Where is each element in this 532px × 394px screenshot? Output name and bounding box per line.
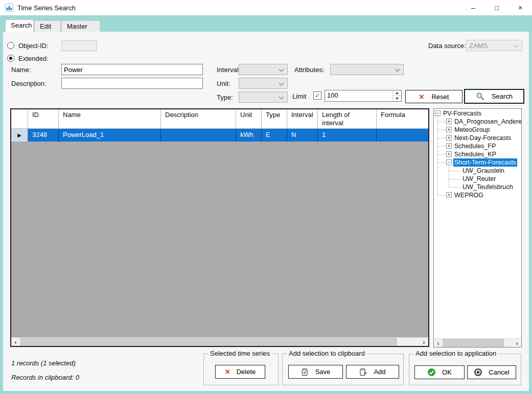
scroll-right-icon[interactable]: › — [513, 339, 521, 347]
spinner-up-icon[interactable] — [393, 90, 401, 96]
tree-item-uw-graustein[interactable]: UW_Graustein — [434, 167, 521, 175]
limit-spinner — [325, 90, 402, 102]
cell-description[interactable] — [161, 129, 236, 142]
spinner-buttons — [392, 90, 401, 101]
description-input[interactable] — [61, 78, 203, 89]
ok-button-label: OK — [442, 368, 452, 376]
tree-item-label[interactable]: PV-Forecasts — [442, 109, 482, 118]
add-button[interactable]: Add — [346, 365, 399, 379]
tab-master-data[interactable]: Master data — [61, 20, 100, 32]
scrollbar-thumb[interactable] — [443, 339, 504, 347]
interval-label: Interval: — [217, 66, 240, 74]
tree-item-label[interactable]: Schedules_KP — [453, 150, 497, 158]
table-header-row: ID Name Description Unit Type Interval L… — [11, 109, 428, 129]
column-header-name[interactable]: Name — [59, 109, 161, 128]
ok-button[interactable]: OK — [414, 365, 465, 379]
tree-collapse-icon[interactable]: − — [446, 159, 452, 165]
scroll-left-icon[interactable]: ‹ — [434, 339, 443, 347]
cancel-button[interactable]: Cancel — [467, 365, 516, 379]
tree-horizontal-scrollbar[interactable]: ‹ › — [434, 338, 521, 347]
tree-item-label[interactable]: UW_Teufelsbruch — [461, 183, 514, 191]
scroll-right-icon[interactable]: › — [420, 338, 428, 346]
tree-expand-icon[interactable]: + — [446, 143, 452, 149]
object-id-label: Object-ID: — [18, 42, 49, 50]
column-header-type[interactable]: Type — [262, 109, 287, 128]
tree-item-meteogroup[interactable]: + MeteoGroup — [434, 126, 521, 134]
table-horizontal-scrollbar[interactable]: ‹ › — [11, 337, 428, 346]
cell-unit[interactable]: kWh — [236, 129, 262, 142]
cell-id[interactable]: 3248 — [28, 129, 59, 142]
maximize-icon[interactable]: □ — [485, 0, 508, 15]
cell-length-of-interval[interactable]: 1 — [318, 129, 377, 142]
tree-item-schedules-fp[interactable]: + Schedules_FP — [434, 142, 521, 150]
limit-value-input[interactable] — [327, 91, 388, 99]
tree-item-weprog[interactable]: + WEPROG — [434, 191, 521, 199]
tree-item-label-selected[interactable]: Short-Term-Forecasts — [453, 158, 517, 167]
tree-item-label[interactable]: Next-Day-Forecasts — [453, 134, 512, 142]
object-id-radio[interactable] — [7, 42, 14, 49]
name-input[interactable] — [61, 64, 203, 75]
tab-edit[interactable]: Edit — [34, 20, 61, 32]
unit-select[interactable] — [239, 78, 288, 89]
clipboard-status: Records in clipboard: 0 — [11, 374, 79, 381]
close-icon[interactable]: × — [508, 0, 532, 15]
cell-type[interactable]: E — [262, 129, 287, 142]
tree-item-label[interactable]: DA_Prognosen_Andere_ — [453, 118, 522, 126]
column-header-interval[interactable]: Interval — [287, 109, 318, 128]
tree-item-label[interactable]: UW_Reuter — [461, 175, 497, 183]
tab-strip: Search Edit Master data — [0, 15, 532, 32]
tree-expand-icon[interactable]: + — [446, 192, 452, 198]
scroll-left-icon[interactable]: ‹ — [11, 338, 20, 346]
spinner-down-icon[interactable] — [393, 96, 401, 101]
cell-formula[interactable] — [377, 129, 428, 142]
column-header-description[interactable]: Description — [161, 109, 236, 128]
object-id-input[interactable] — [61, 40, 97, 51]
cell-interval[interactable]: N — [287, 129, 318, 142]
tree-item-next-day-forecasts[interactable]: + Next-Day-Forecasts — [434, 134, 521, 142]
data-source-select[interactable]: ZAMS — [466, 40, 522, 51]
tree-item-label[interactable]: WEPROG — [453, 191, 484, 199]
tree-expand-icon[interactable]: + — [446, 135, 452, 141]
column-header-length-of-interval[interactable]: Length of interval — [318, 109, 377, 128]
reset-button[interactable]: ✕ Reset — [405, 90, 462, 103]
tree-item-uw-teufelsbruch[interactable]: UW_Teufelsbruch — [434, 183, 521, 191]
extended-radio[interactable] — [7, 55, 14, 62]
column-header-formula[interactable]: Formula — [377, 109, 428, 128]
type-select[interactable] — [239, 91, 288, 103]
tree-item-pv-forecasts[interactable]: − PV-Forecasts — [434, 109, 521, 118]
minimize-icon[interactable]: – — [461, 0, 485, 15]
row-selector-cell[interactable]: ▶ — [11, 129, 28, 142]
tree-item-schedules-kp[interactable]: + Schedules_KP — [434, 150, 521, 158]
save-button[interactable]: Save — [288, 365, 343, 379]
column-header-id[interactable]: ID — [28, 109, 59, 128]
tab-search[interactable]: Search — [5, 19, 34, 32]
current-row-triangle-icon: ▶ — [17, 132, 21, 138]
tree-item-short-term-forecasts[interactable]: − Short-Term-Forecasts — [434, 158, 521, 167]
tree-item-label[interactable]: UW_Graustein — [461, 167, 505, 175]
title-bar: Time Series Search – □ × — [0, 0, 532, 15]
tree-expand-icon[interactable]: + — [446, 119, 452, 124]
interval-select[interactable] — [239, 64, 288, 75]
tree-item-label[interactable]: Schedules_FP — [453, 142, 497, 150]
attributes-label: Attributes: — [294, 66, 325, 74]
search-button-label: Search — [492, 92, 513, 100]
tree-item-uw-reuter[interactable]: UW_Reuter — [434, 175, 521, 183]
group-add-to-application: Add selection to application OK Cancel — [409, 354, 521, 385]
scrollbar-thumb[interactable] — [20, 338, 397, 346]
table-row[interactable]: ▶ 3248 PowerLoad_1 kWh E N 1 — [11, 129, 428, 142]
group-title: Selected time series — [208, 350, 272, 357]
column-header-unit[interactable]: Unit — [236, 109, 262, 128]
limit-checkbox[interactable]: ✓ — [313, 91, 321, 100]
attributes-select[interactable] — [330, 64, 404, 75]
tree-item-label[interactable]: MeteoGroup — [453, 126, 491, 134]
tree-expand-icon[interactable]: + — [446, 151, 452, 157]
cell-name[interactable]: PowerLoad_1 — [59, 129, 161, 142]
records-status: 1 records (1 selected) — [11, 359, 76, 367]
tree-expand-icon[interactable]: + — [446, 127, 452, 132]
row-selector-header[interactable] — [11, 109, 28, 128]
search-button[interactable]: Search — [464, 89, 524, 104]
delete-button[interactable]: ✕ Delete — [215, 365, 265, 379]
save-button-label: Save — [315, 368, 331, 376]
tree-collapse-icon[interactable]: − — [435, 110, 441, 116]
tree-item-da-prognosen[interactable]: + DA_Prognosen_Andere_ — [434, 118, 521, 126]
